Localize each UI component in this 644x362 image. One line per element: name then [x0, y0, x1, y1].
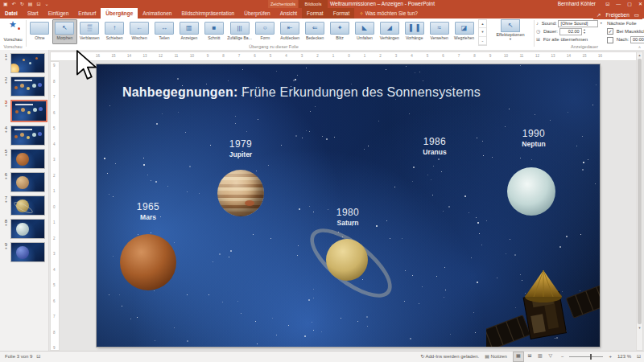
tab-überprüfen[interactable]: Überprüfen: [239, 8, 275, 19]
transition-teilen[interactable]: ↔Teilen: [152, 19, 177, 44]
zoom-in-icon[interactable]: +: [609, 352, 612, 362]
minimize-button[interactable]: —: [616, 0, 621, 8]
slide-thumbnail-8[interactable]: 8★: [2, 219, 48, 239]
tab-entwurf[interactable]: Entwurf: [73, 8, 101, 19]
transition-ohne[interactable]: Ohne: [27, 19, 52, 44]
spacecraft-image[interactable]: [486, 254, 600, 347]
notes-button[interactable]: ▤ Notizen: [485, 352, 507, 362]
slide-thumbnail-1[interactable]: 1★: [2, 53, 48, 73]
sound-dropdown[interactable]: [Ohne Sound]: [558, 20, 598, 27]
tab-einfügen[interactable]: Einfügen: [43, 8, 74, 19]
slide-thumbnail-6[interactable]: 6★: [2, 172, 48, 192]
thumbnail-image[interactable]: [10, 172, 45, 192]
label-uranus[interactable]: 1986 Uranus: [401, 136, 469, 156]
transition-wegziehen[interactable]: ◪Wegziehen: [452, 19, 477, 44]
duration-spinner[interactable]: ▲▼: [583, 29, 585, 35]
transition-verhängen[interactable]: ◢Verhängen: [377, 19, 402, 44]
label-jupiter[interactable]: 1979 Jupiter: [207, 138, 275, 158]
thumbnail-image[interactable]: [10, 76, 45, 97]
slide-thumbnail-7[interactable]: 7★: [2, 195, 48, 216]
planet-saturn[interactable]: [326, 239, 368, 281]
transition-blitz[interactable]: ✦Blitz: [328, 19, 353, 44]
vertical-scrollbar[interactable]: ▲ ▼: [636, 51, 643, 351]
tab-bildschirmpräsentation[interactable]: Bildschirmpräsentation: [176, 8, 239, 19]
qat-customize-icon[interactable]: ⌄: [44, 1, 48, 7]
transition-vorhänge[interactable]: ▌▐Vorhänge: [402, 19, 427, 44]
label-neptune[interactable]: 1990 Neptun: [500, 128, 568, 148]
planet-uranus[interactable]: [507, 167, 555, 216]
transition-wischen[interactable]: ←Wischen: [127, 19, 152, 44]
slide-title[interactable]: Nahbegegnungen: Frühe Erkundungen des So…: [122, 85, 481, 100]
after-checkbox[interactable]: [607, 37, 613, 43]
transition-verblassen[interactable]: ▒Verblassen: [77, 19, 102, 44]
scroll-up-icon[interactable]: ▲: [637, 52, 642, 58]
transition-anzeigen[interactable]: ▥Anzeigen: [176, 19, 201, 44]
slide-thumbnail-3[interactable]: 3★: [2, 100, 48, 122]
comments-icon[interactable]: ▭: [634, 12, 639, 19]
transition-schieben[interactable]: ↑Schieben: [102, 19, 127, 44]
ribbon-options-icon[interactable]: ⊡: [605, 0, 609, 8]
gallery-scrollbar[interactable]: ▲ ▼ ⌄: [478, 19, 487, 46]
gallery-more-icon[interactable]: ⌄: [479, 37, 486, 45]
redo-icon[interactable]: ↻: [20, 1, 24, 7]
after-time-input[interactable]: 00:00.00: [630, 36, 644, 43]
gallery-scroll-down-icon[interactable]: ▼: [479, 28, 486, 36]
thumbnail-image[interactable]: [10, 242, 45, 262]
thumbnail-image[interactable]: [10, 53, 45, 73]
transition-zufällige-ba-[interactable]: |||Zufällige Ba...: [226, 19, 253, 44]
thumbnail-image[interactable]: [10, 219, 45, 239]
share-button[interactable]: ↗ Freigeben ▭: [593, 10, 642, 19]
label-saturn[interactable]: 1980 Saturn: [314, 207, 382, 227]
grid-icon[interactable]: ▤: [28, 1, 33, 7]
planet-mars[interactable]: [120, 234, 176, 290]
slide-thumbnail-5[interactable]: 5★: [2, 149, 48, 169]
sound-dropdown-arrow-icon[interactable]: ▼: [600, 23, 602, 26]
tab-format-10[interactable]: Format: [328, 8, 355, 19]
apply-to-all-button[interactable]: Für alle übernehmen: [543, 37, 588, 42]
slideshow-icon[interactable]: ⊡: [36, 1, 40, 7]
scrollbar-thumb[interactable]: [638, 59, 642, 324]
close-button[interactable]: ✕: [638, 0, 642, 8]
zoom-slider[interactable]: [569, 352, 603, 361]
transition-bedecken[interactable]: ⇐Bedecken: [303, 19, 328, 44]
preview-button[interactable]: ★ Vorschau: [2, 19, 24, 43]
slideshow-view-icon[interactable]: ▽: [546, 352, 555, 360]
tab-datei[interactable]: Datei: [0, 8, 23, 19]
transition-umfalten[interactable]: ◣Umfalten: [352, 19, 377, 44]
thumbnail-image[interactable]: [10, 195, 45, 216]
label-mars[interactable]: 1965 Mars: [114, 201, 182, 221]
slide-thumbnail-4[interactable]: 4★: [2, 125, 48, 146]
tab-übergänge[interactable]: Übergänge: [101, 8, 138, 19]
slide-thumbnail-9[interactable]: 9★: [2, 242, 48, 262]
slide-sorter-view-icon[interactable]: ⊞: [525, 352, 535, 360]
normal-view-icon[interactable]: ▦: [513, 352, 524, 362]
transition-morphen[interactable]: ↖Morphen: [52, 19, 77, 44]
maximize-button[interactable]: ▢: [627, 0, 632, 8]
thumbnail-image[interactable]: [10, 125, 45, 146]
transition-form[interactable]: ○Form: [253, 19, 278, 44]
zoom-out-icon[interactable]: −: [561, 352, 564, 362]
tab-ansicht[interactable]: Ansicht: [275, 8, 302, 19]
transition-schnitt[interactable]: ■Schnitt: [201, 19, 226, 44]
zoom-percentage[interactable]: 123 %: [617, 352, 631, 362]
tab-format-9[interactable]: Format: [302, 8, 328, 19]
tell-me-box[interactable]: ✧Was möchten Sie tun?: [354, 8, 423, 19]
thumbnail-image[interactable]: [10, 100, 47, 122]
scroll-down-icon[interactable]: ▼: [637, 325, 642, 331]
duration-input[interactable]: 02.00: [559, 28, 582, 35]
display-settings-icon[interactable]: ⊡: [36, 352, 40, 362]
tab-animationen[interactable]: Animationen: [138, 8, 176, 19]
transition-verwehen[interactable]: ≈Verwehen: [427, 19, 452, 44]
slide-thumbnail-2[interactable]: 2★: [2, 76, 48, 97]
save-icon[interactable]: ▣: [3, 1, 8, 7]
on-mouse-click-checkbox[interactable]: ✓: [607, 28, 613, 35]
transition-aufdecken[interactable]: ⇤Aufdecken: [278, 19, 303, 44]
undo-icon[interactable]: ↶: [12, 1, 16, 7]
slide-canvas[interactable]: Nahbegegnungen: Frühe Erkundungen des So…: [97, 64, 600, 347]
zoom-slider-knob[interactable]: [590, 354, 592, 360]
fit-to-window-icon[interactable]: ⊡: [637, 352, 641, 362]
tab-start[interactable]: Start: [23, 8, 43, 19]
effect-options-button[interactable]: ↖ Effektoptionen ▼: [491, 19, 530, 44]
gallery-scroll-up-icon[interactable]: ▲: [479, 20, 486, 28]
reading-view-icon[interactable]: ▥: [535, 352, 545, 360]
